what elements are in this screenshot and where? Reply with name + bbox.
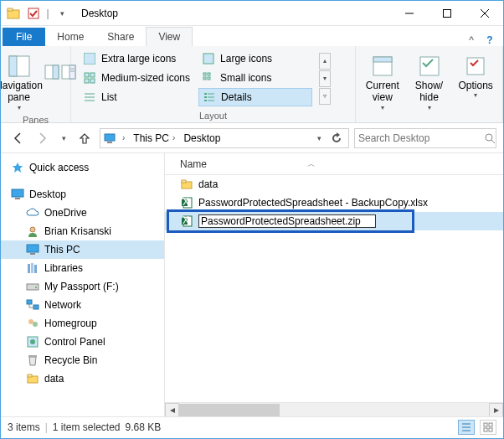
scroll-left-icon[interactable]: ◂ bbox=[165, 403, 179, 417]
tab-file[interactable]: File bbox=[3, 28, 45, 46]
scroll-right-icon[interactable]: ▸ bbox=[489, 403, 503, 417]
svg-rect-18 bbox=[90, 73, 95, 77]
layout-list[interactable]: List bbox=[80, 88, 193, 106]
tree-this-pc[interactable]: This PC bbox=[1, 240, 164, 259]
maximize-button[interactable] bbox=[428, 1, 465, 25]
properties-icon[interactable] bbox=[24, 4, 43, 23]
navigation-tree[interactable]: Quick access Desktop OneDrive Brian Kris… bbox=[1, 153, 165, 416]
svg-rect-36 bbox=[420, 57, 439, 75]
layout-medium[interactable]: Medium-sized icons bbox=[80, 69, 193, 87]
search-icon bbox=[484, 132, 496, 144]
tree-onedrive[interactable]: OneDrive bbox=[1, 204, 164, 222]
layout-large[interactable]: Large icons bbox=[198, 49, 312, 68]
address-bar[interactable]: › This PC› Desktop ▾ bbox=[100, 128, 349, 148]
breadcrumb-desktop[interactable]: Desktop bbox=[180, 132, 224, 144]
chevron-down-icon: ▾ bbox=[18, 104, 21, 112]
svg-rect-10 bbox=[53, 65, 59, 79]
svg-rect-8 bbox=[9, 56, 17, 76]
scroll-thumb[interactable] bbox=[179, 404, 280, 416]
tree-data-folder[interactable]: data bbox=[1, 369, 164, 388]
ribbon-group-view-options: Current view ▾ Show/ hide ▾ Options ▾ bbox=[356, 46, 503, 122]
layout-small[interactable]: Small icons bbox=[198, 69, 312, 87]
navigation-pane-button[interactable]: Navigation pane ▾ bbox=[0, 51, 43, 113]
search-box[interactable] bbox=[354, 128, 496, 148]
svg-rect-60 bbox=[28, 355, 37, 357]
tree-libraries[interactable]: Libraries bbox=[1, 259, 164, 277]
show-hide-button[interactable]: Show/ hide ▾ bbox=[406, 51, 453, 122]
window-title: Desktop bbox=[75, 8, 390, 19]
layout-gallery-scroll[interactable]: ▴▾▿ bbox=[317, 48, 332, 109]
file-list[interactable]: data X PasswordProtectedSpreadsheet - Ba… bbox=[165, 175, 503, 402]
svg-rect-43 bbox=[15, 198, 20, 199]
svg-point-51 bbox=[35, 287, 37, 288]
view-details-toggle[interactable] bbox=[458, 420, 475, 435]
svg-rect-46 bbox=[30, 253, 35, 255]
svg-rect-76 bbox=[484, 428, 487, 431]
ribbon-collapse-icon[interactable]: ^ bbox=[463, 34, 483, 46]
address-bar-row: ▾ › This PC› Desktop ▾ bbox=[1, 123, 503, 153]
svg-rect-1 bbox=[8, 8, 13, 11]
tree-user[interactable]: Brian Krisanski bbox=[1, 222, 164, 240]
tab-share[interactable]: Share bbox=[95, 28, 146, 46]
svg-point-44 bbox=[30, 227, 35, 232]
tab-home[interactable]: Home bbox=[45, 28, 95, 46]
qat-dropdown-icon[interactable]: ▾ bbox=[53, 4, 71, 23]
svg-rect-75 bbox=[489, 423, 492, 426]
back-button[interactable] bbox=[8, 128, 28, 148]
forward-button[interactable] bbox=[33, 128, 53, 148]
tree-recycle-bin[interactable]: Recycle Bin bbox=[1, 351, 164, 369]
svg-rect-48 bbox=[31, 263, 33, 273]
column-header[interactable]: Name ︿ bbox=[165, 153, 503, 175]
close-button[interactable] bbox=[465, 1, 503, 25]
view-thumbnails-toggle[interactable] bbox=[480, 420, 496, 435]
tree-control-panel[interactable]: Control Panel bbox=[1, 333, 164, 351]
ribbon-group-layout: Extra large icons Large icons Medium-siz… bbox=[71, 46, 356, 122]
drive-icon bbox=[26, 280, 39, 293]
tab-view[interactable]: View bbox=[146, 27, 193, 46]
svg-point-40 bbox=[486, 134, 492, 141]
tree-desktop[interactable]: Desktop bbox=[1, 185, 164, 204]
svg-rect-42 bbox=[12, 189, 23, 197]
tree-homegroup[interactable]: Homegroup bbox=[1, 314, 164, 333]
svg-rect-22 bbox=[208, 73, 210, 75]
current-view-icon bbox=[369, 53, 396, 80]
svg-rect-38 bbox=[105, 134, 115, 141]
extra-large-icon bbox=[83, 52, 96, 65]
tree-network[interactable]: Network bbox=[1, 296, 164, 314]
monitor-icon bbox=[102, 131, 117, 146]
help-icon[interactable]: ? bbox=[483, 34, 503, 46]
layout-extra-large[interactable]: Extra large icons bbox=[80, 49, 193, 68]
search-input[interactable] bbox=[358, 132, 484, 144]
folder-icon bbox=[180, 178, 193, 191]
svg-rect-49 bbox=[34, 265, 37, 273]
breadcrumb-this-pc[interactable]: This PC› bbox=[130, 132, 180, 144]
status-bar: 3 items | 1 item selected 9.68 KB bbox=[1, 416, 503, 436]
status-size: 9.68 KB bbox=[126, 421, 162, 433]
main-area: Quick access Desktop OneDrive Brian Kris… bbox=[1, 153, 503, 416]
network-icon bbox=[26, 298, 39, 312]
options-button[interactable]: Options ▾ bbox=[452, 51, 499, 122]
svg-point-57 bbox=[33, 322, 38, 327]
folder-icon bbox=[26, 372, 39, 385]
refresh-button[interactable] bbox=[327, 128, 347, 148]
panes-group-label: Panes bbox=[4, 113, 67, 127]
star-icon bbox=[11, 161, 24, 174]
chevron-down-icon: ▾ bbox=[428, 104, 431, 112]
column-name[interactable]: Name bbox=[180, 158, 207, 170]
file-name: data bbox=[198, 178, 218, 190]
qat-divider: | bbox=[44, 4, 51, 23]
recent-locations-button[interactable]: ▾ bbox=[58, 128, 69, 148]
svg-rect-37 bbox=[467, 58, 484, 75]
preview-pane-button[interactable] bbox=[44, 51, 59, 93]
current-view-button[interactable]: Current view ▾ bbox=[359, 51, 406, 122]
up-button[interactable] bbox=[75, 128, 95, 148]
minimize-button[interactable] bbox=[390, 1, 428, 25]
svg-rect-30 bbox=[204, 96, 207, 98]
horizontal-scrollbar[interactable]: ◂ ▸ bbox=[165, 402, 503, 416]
tree-quick-access[interactable]: Quick access bbox=[1, 158, 164, 177]
address-dropdown-icon[interactable]: ▾ bbox=[311, 128, 327, 148]
tree-drive[interactable]: My Passport (F:) bbox=[1, 277, 164, 296]
layout-details[interactable]: Details bbox=[198, 88, 312, 106]
breadcrumb-root[interactable]: › bbox=[117, 133, 130, 142]
file-row-folder[interactable]: data bbox=[165, 175, 503, 194]
